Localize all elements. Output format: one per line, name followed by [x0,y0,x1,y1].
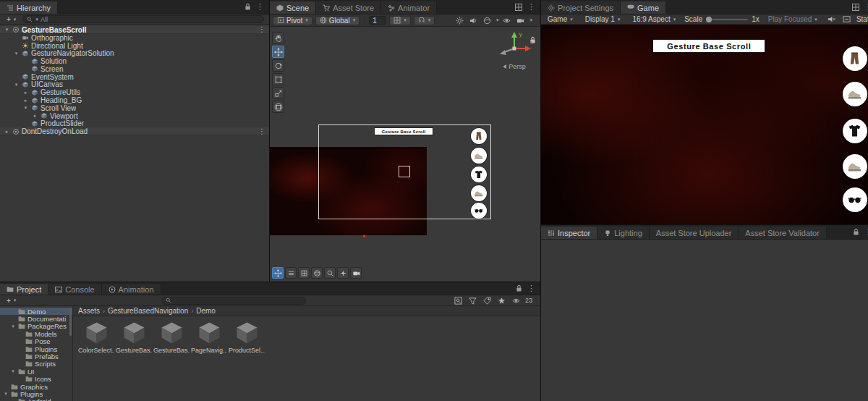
vsync-icon[interactable] [841,14,852,25]
hierarchy-item-scroll-view[interactable]: ▾Scroll View [0,104,269,112]
product-sneaker-icon[interactable] [843,154,867,179]
folder-item-plugins[interactable]: Plugins [0,345,72,353]
search-overlay-icon[interactable] [324,267,336,279]
folder-item-prefabs[interactable]: Prefabs [0,353,72,360]
tab-scene[interactable]: Scene [270,1,316,14]
expand-arrow-icon[interactable]: ▸ [22,90,29,96]
folder-item-documentati[interactable]: Documentati [0,315,72,322]
product-sunglasses-icon[interactable] [843,187,867,212]
tab-inspector[interactable]: Inspector [541,227,597,239]
tab-game[interactable]: Game [621,1,666,14]
expand-arrow-icon[interactable]: ▸ [32,113,38,119]
asset-pagenavig[interactable]: PageNavig... [191,320,227,354]
product-pants-icon[interactable] [471,128,487,144]
hierarchy-item-gesturebasescroll[interactable]: ▾GestureBaseScroll⋮ [0,26,269,34]
search-in-window-icon[interactable] [453,295,464,306]
play-focused-dropdown[interactable]: Play Focused ▾ [765,14,821,24]
transform-tool-button[interactable] [272,101,284,113]
camera-overlay-icon[interactable] [350,267,362,279]
expand-arrow-icon[interactable]: ▸ [22,98,29,104]
filter-by-label-icon[interactable] [482,295,493,306]
hidden-objects-icon[interactable] [501,15,512,26]
product-tshirt-icon[interactable] [843,119,867,143]
asset-productsel[interactable]: ProductSel... [229,320,265,354]
product-sneaker-icon[interactable] [471,185,487,201]
hierarchy-item-dontdestroyonload[interactable]: ▸DontDestroyOnLoad⋮ [0,127,269,135]
scene-viewport[interactable]: Gesture Base Scroll y [270,27,540,282]
selection-handle[interactable] [399,166,410,177]
lock-icon[interactable] [853,228,859,236]
tab-asset-store-validator[interactable]: Asset Store Validator [739,227,827,239]
folder-item-ui[interactable]: ▾UI [0,368,72,375]
effects-toggle-icon[interactable] [482,15,493,26]
chevron-down-icon[interactable]: ▾ [496,17,499,23]
folder-item-packageres[interactable]: ▾PackageRes [0,323,72,330]
grid-snap-button[interactable]: ▾ [389,16,411,25]
hierarchy-item-gestureutils[interactable]: ▸GestureUtils [0,88,269,96]
tab-console[interactable]: Console [48,284,101,295]
tab-animation[interactable]: Animation [102,284,161,295]
move-overlay-icon[interactable] [272,267,284,279]
filter-by-type-icon[interactable] [467,295,478,306]
audio-toggle-icon[interactable] [468,15,479,26]
create-menu-button[interactable]: + ▾ [3,296,20,305]
tab-project-settings[interactable]: Project Settings [541,1,621,14]
move-tool-button[interactable] [272,46,284,58]
project-search-input[interactable] [161,297,306,305]
folder-item-graphics[interactable]: Graphics [0,383,72,390]
pan-overlay-icon[interactable] [337,267,349,279]
folder-item-icons[interactable]: Icons [0,376,72,383]
game-render-view[interactable]: Gesture Base Scroll [541,25,868,224]
product-pants-icon[interactable] [843,46,867,71]
perspective-toggle[interactable]: Persp [494,63,535,70]
create-menu-button[interactable]: + ▾ [3,14,20,24]
product-sunglasses-icon[interactable] [471,203,487,219]
hierarchy-item-gesturenavigatorsolution[interactable]: ▾GestureNavigatorSolution [0,49,269,57]
tab-animator[interactable]: Animator [381,1,437,14]
expand-arrow-icon[interactable]: ▾ [10,324,16,329]
selection-pivot-dot[interactable] [362,235,366,238]
lock-icon[interactable] [244,3,251,11]
expand-arrow-icon[interactable]: ▾ [3,391,9,397]
breadcrumb-folder[interactable]: GestureBasedNavigation [108,307,188,315]
stats-button[interactable]: Stats [856,15,868,23]
asset-gesturebas[interactable]: GestureBas... [116,320,152,354]
expand-arrow-icon[interactable]: ▾ [22,105,29,111]
lighting-toggle-icon[interactable] [454,15,465,26]
scale-tool-button[interactable] [272,87,284,99]
slider-knob[interactable] [706,17,712,22]
align-overlay-icon[interactable] [285,267,297,279]
folder-item-models[interactable]: Models [0,330,72,337]
hierarchy-item-heading-bg[interactable]: ▸Heading_BG [0,96,269,104]
folder-item-pose[interactable]: Pose [0,338,72,345]
expand-arrow-icon[interactable]: ▾ [10,368,16,374]
hierarchy-item-eventsystem[interactable]: EventSystem [0,73,269,81]
kebab-menu-icon[interactable]: ⋮ [258,26,265,33]
product-tshirt-icon[interactable] [471,166,487,182]
layout-grid-icon[interactable] [852,4,859,11]
expand-arrow-icon[interactable]: ▾ [13,51,20,56]
tab-asset-store-uploader[interactable]: Asset Store Uploader [650,227,739,239]
tab-asset-store[interactable]: Asset Store [316,1,381,14]
handle-space-dropdown[interactable]: Global ▾ [315,16,359,25]
scene-heading-label[interactable]: Gesture Base Scroll [374,127,433,135]
hierarchy-item-viewport[interactable]: ▸Viewport [0,112,269,120]
folder-item-android[interactable]: Android [0,398,72,401]
camera-settings-icon[interactable] [515,15,526,26]
game-mode-dropdown[interactable]: Game ▾ [544,14,576,24]
hierarchy-item-directional-light[interactable]: Directional Light [0,42,269,50]
grid-size-field[interactable]: 1 [369,16,386,25]
grid-overlay-icon[interactable] [298,267,310,279]
hierarchy-item-productslider[interactable]: ProductSlider [0,120,269,128]
breadcrumb-current[interactable]: Demo [196,307,216,315]
scrollbar[interactable] [69,308,72,336]
tab-hierarchy[interactable]: Hierarchy [0,1,58,14]
kebab-menu-icon[interactable]: ⋮ [256,3,264,11]
kebab-menu-icon[interactable]: ⋮ [864,3,868,11]
kebab-menu-icon[interactable]: ⋮ [527,284,535,292]
kebab-menu-icon[interactable]: ⋮ [864,228,868,236]
snap-increment-button[interactable]: ▾ [414,16,435,25]
hierarchy-item-solution[interactable]: Solution [0,57,269,65]
tab-project[interactable]: Project [0,284,48,295]
scale-slider[interactable] [706,19,748,20]
